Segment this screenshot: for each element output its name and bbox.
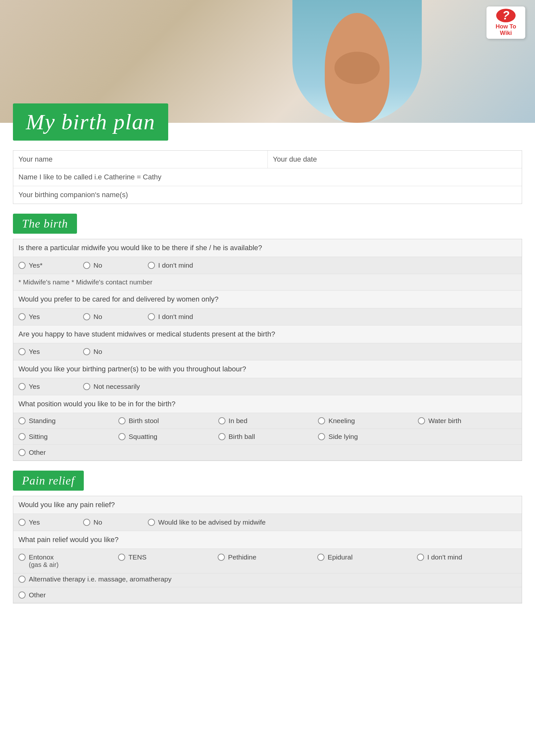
position-squatting-radio[interactable] — [118, 433, 126, 440]
students-no-option[interactable]: No — [83, 348, 148, 356]
logo-container: ? How To Wiki — [487, 7, 525, 39]
pain-tens-option[interactable]: TENS — [118, 554, 218, 561]
pain-no-option[interactable]: No — [83, 519, 148, 526]
alt-therapy-option[interactable]: Alternative therapy i.e. massage, aromat… — [18, 575, 517, 583]
position-birthstool-option[interactable]: Birth stool — [118, 417, 217, 425]
position-birthball-option[interactable]: Birth ball — [218, 433, 317, 441]
page-title: My birth plan — [26, 109, 155, 135]
pain-yes-radio[interactable] — [18, 519, 26, 526]
your-name-field[interactable]: Your name — [13, 150, 268, 168]
position-question: What position would you like to be in fo… — [13, 395, 522, 413]
students-answers: Yes No — [13, 343, 522, 361]
alt-therapy-radio[interactable] — [18, 576, 26, 583]
page: ? How To Wiki My birth plan Your name Yo… — [0, 0, 535, 756]
companion-field[interactable]: Your birthing companion's name(s) — [13, 186, 522, 203]
pain-entonox-col: Entonox (gas & air) — [18, 554, 118, 569]
pain-other-option[interactable]: Other — [18, 591, 517, 599]
pain-epidural-radio[interactable] — [317, 554, 324, 561]
pain-advised-radio[interactable] — [148, 519, 155, 526]
pain-other-row: Other — [13, 587, 522, 603]
position-other-radio[interactable] — [18, 449, 26, 456]
position-inbed-option[interactable]: In bed — [218, 417, 317, 425]
midwife-yes-radio[interactable] — [18, 262, 26, 269]
pain-entonox-radio[interactable] — [18, 554, 26, 561]
women-dontmind-radio[interactable] — [148, 313, 155, 320]
birth-section: The birth Is there a particular midwife … — [13, 214, 522, 461]
pain-other-radio[interactable] — [18, 591, 26, 599]
midwife-no-option[interactable]: No — [83, 261, 148, 269]
your-due-date-field[interactable]: Your due date — [268, 150, 522, 168]
pain-relief-questions: Would you like any pain relief? Yes No W… — [13, 496, 522, 604]
pain-dontmind-option[interactable]: I don't mind — [417, 554, 517, 561]
pain-tens-radio[interactable] — [118, 554, 125, 561]
pain-dontmind-radio[interactable] — [417, 554, 424, 561]
position-birthball-radio[interactable] — [218, 433, 225, 440]
women-yes-radio[interactable] — [18, 313, 26, 320]
partner-notnec-option[interactable]: Not necessarily — [83, 383, 148, 391]
position-kneeling-radio[interactable] — [318, 417, 325, 424]
companion-row: Your birthing companion's name(s) — [13, 186, 522, 203]
position-row1: Standing Birth stool In bed Kneeling — [13, 413, 522, 429]
pain-entonox-option[interactable]: Entonox — [18, 554, 118, 561]
position-squatting-option[interactable]: Squatting — [118, 433, 217, 441]
position-sitting-radio[interactable] — [18, 433, 26, 440]
partner-yes-option[interactable]: Yes — [18, 383, 83, 391]
students-yes-option[interactable]: Yes — [18, 348, 83, 356]
pain-pethidine-option[interactable]: Pethidine — [218, 554, 317, 561]
pain-type-answers: Entonox (gas & air) TENS Pethidine — [13, 549, 522, 573]
position-other-option[interactable]: Other — [18, 448, 517, 456]
position-sidelying-radio[interactable] — [318, 433, 325, 440]
woman-figure — [293, 0, 422, 123]
midwife-answers: Yes* No I don't mind — [13, 257, 522, 274]
title-banner: My birth plan — [13, 103, 168, 141]
midwife-no-radio[interactable] — [83, 262, 90, 269]
women-yes-option[interactable]: Yes — [18, 313, 83, 321]
any-pain-relief-answers: Yes No Would like to be advised by midwi… — [13, 514, 522, 531]
pain-yes-option[interactable]: Yes — [18, 519, 83, 526]
birth-questions: Is there a particular midwife you would … — [13, 239, 522, 461]
nickname-row: Name I like to be called i.e Catherine =… — [13, 168, 522, 186]
pain-relief-section-header: Pain relief — [13, 471, 84, 491]
midwife-note: * Midwife's name * Midwife's contact num… — [13, 274, 522, 290]
midwife-yes-option[interactable]: Yes* — [18, 261, 83, 269]
women-no-radio[interactable] — [83, 313, 90, 320]
name-duedate-row: Your name Your due date — [13, 150, 522, 168]
birthing-partner-answers: Yes Not necessarily — [13, 378, 522, 395]
pain-epidural-option[interactable]: Epidural — [317, 554, 417, 561]
partner-notnec-radio[interactable] — [83, 383, 90, 390]
hands-area — [334, 52, 380, 84]
midwife-dontmind-option[interactable]: I don't mind — [148, 261, 212, 269]
pain-pethidine-radio[interactable] — [218, 554, 225, 561]
form-area: Your name Your due date Name I like to b… — [0, 141, 535, 616]
students-yes-radio[interactable] — [18, 348, 26, 355]
nickname-field[interactable]: Name I like to be called i.e Catherine =… — [13, 168, 522, 186]
logo-question-mark: ? — [496, 9, 516, 22]
basic-info-grid: Your name Your due date Name I like to b… — [13, 150, 522, 204]
women-only-answers: Yes No I don't mind — [13, 308, 522, 325]
partner-yes-radio[interactable] — [18, 383, 26, 390]
women-only-question: Would you prefer to be cared for and del… — [13, 290, 522, 308]
pain-type-question: What pain relief would you like? — [13, 531, 522, 549]
pain-no-radio[interactable] — [83, 519, 90, 526]
position-kneeling-option[interactable]: Kneeling — [318, 417, 417, 425]
pain-entonox-sub: (gas & air) — [18, 561, 118, 569]
position-inbed-radio[interactable] — [218, 417, 225, 424]
midwife-question: Is there a particular midwife you would … — [13, 239, 522, 257]
pain-advised-option[interactable]: Would like to be advised by midwife — [148, 519, 296, 526]
students-no-radio[interactable] — [83, 348, 90, 355]
women-dontmind-option[interactable]: I don't mind — [148, 313, 212, 321]
position-standing-option[interactable]: Standing — [18, 417, 117, 425]
midwife-dontmind-radio[interactable] — [148, 262, 155, 269]
position-waterbirth-radio[interactable] — [418, 417, 425, 424]
birthing-partner-question: Would you like your birthing partner(s) … — [13, 361, 522, 378]
alt-therapy-row: Alternative therapy i.e. massage, aromat… — [13, 573, 522, 587]
birth-section-header: The birth — [13, 214, 77, 234]
pain-relief-section: Pain relief Would you like any pain reli… — [13, 471, 522, 604]
women-no-option[interactable]: No — [83, 313, 148, 321]
position-waterbirth-option[interactable]: Water birth — [418, 417, 517, 425]
position-sitting-option[interactable]: Sitting — [18, 433, 117, 441]
position-standing-radio[interactable] — [18, 417, 26, 424]
logo-box: ? How To Wiki — [487, 7, 525, 39]
position-sidelying-option[interactable]: Side lying — [318, 433, 417, 441]
position-birthstool-radio[interactable] — [118, 417, 126, 424]
